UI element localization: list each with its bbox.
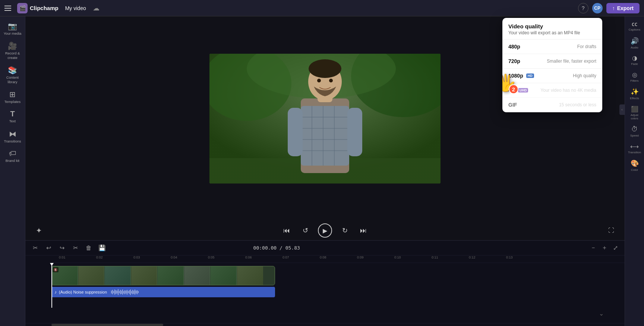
hamburger-menu-button[interactable] [4,4,13,13]
timeline-scrollbar[interactable] [25,323,625,326]
fade-icon: ◑ [632,54,637,62]
playback-controls: ✦ ⏮ ↺ ▶ ↻ ⏭ ⛶ [25,221,625,240]
rs-item-adjust-colors[interactable]: ⬛ Adjustcolors [626,103,643,122]
skip-back-button[interactable]: ⏮ [281,225,293,236]
scrollbar-thumb[interactable] [51,324,163,326]
sidebar-item-templates[interactable]: ⊞ Templates [1,88,24,106]
export-button[interactable]: ↑ Export [606,3,640,13]
video-thumb-4 [131,266,157,285]
timeline-ruler: 0:01 0:02 0:03 0:04 0:05 0:06 0:07 0:08 … [51,256,625,263]
zoom-in-button[interactable]: ＋ [600,244,609,253]
skip-forward-button[interactable]: ⏭ [357,225,369,236]
svg-rect-7 [301,106,349,166]
rs-item-transition[interactable]: ⟷ Transition [626,141,643,157]
fullscreen-button[interactable]: ⛶ [605,225,617,236]
sidebar-item-text[interactable]: T Text [1,107,24,125]
vq-option-gif[interactable]: GIF 15 seconds or less [502,98,602,112]
svg-rect-16 [347,108,362,156]
timeline-area: ✂ ↩ ↪ ✂ 🗑 💾 00:00.00 / 05.83 － ＋ ⤢ 0:01 … [25,240,625,326]
magic-switch-button[interactable]: ✦ [33,225,45,236]
rs-item-speed[interactable]: ⏱ Speed [626,123,643,140]
effects-icon: ✨ [631,88,639,96]
rs-item-fade[interactable]: ◑ Fade [626,52,643,68]
rs-item-captions[interactable]: CC Captions [626,19,643,34]
ruler-mark-012: 0:12 [469,256,476,259]
left-sidebar: 📷 Your media 🎥 Record &create 📚 Contentl… [0,16,25,326]
sidebar-item-transitions[interactable]: ⧓ Transitions [1,127,24,145]
audio-track[interactable]: ♪ (Audio) Noise suppression [51,287,275,297]
vq-note-480p: For drafts [577,44,596,49]
replay-5-button[interactable]: ↺ [299,225,311,236]
rs-label-color: Color [631,168,638,172]
ruler-mark-003: 0:03 [133,256,140,259]
ruler-mark-007: 0:07 [282,256,289,259]
user-avatar-button[interactable]: CP [592,3,603,13]
sidebar-item-content-library[interactable]: 📚 Contentlibrary [1,63,24,86]
ruler-mark-011: 0:11 [432,256,438,259]
audio-waveform [111,289,272,295]
play-pause-button[interactable]: ▶ [318,223,332,238]
video-thumb-1: 🔇 [52,266,78,285]
vq-option-1080p[interactable]: 1080p HD High quality [502,69,602,83]
sidebar-label-text: Text [9,119,16,123]
save-button[interactable]: 💾 [97,243,107,253]
vq-subtitle: Your video will export as an MP4 file [508,30,596,35]
logo-area: 🎬 Clipchamp [17,3,59,13]
rs-label-audio: Audio [631,46,638,50]
tracks-container: 🔇 ♪ (Audio) Noise supp [51,263,625,297]
rs-item-effects[interactable]: ✨ Effects [626,85,643,103]
video-preview [209,54,441,184]
export-icon: ↑ [612,5,615,11]
templates-icon: ⊞ [9,90,16,99]
expand-icon[interactable]: ⌄ [599,310,604,317]
sidebar-item-record-create[interactable]: 🎥 Record &create [1,39,24,62]
vq-badge-uhd: UHD [518,88,528,93]
rs-label-speed: Speed [630,134,639,138]
sidebar-item-your-media[interactable]: 📷 Your media [1,19,24,38]
timeline-time-display: 00:00.00 / 05.83 [253,245,300,251]
rs-item-audio[interactable]: 🔊 Audio [626,35,643,52]
redo-button[interactable]: ↪ [57,243,67,253]
audio-track-label: (Audio) Noise suppression [59,290,107,294]
sidebar-item-brand-kit[interactable]: 🏷 Brand kit [1,147,24,165]
vq-resolution-gif: GIF [508,102,517,108]
captions-icon: CC [632,22,638,27]
vq-note-gif: 15 seconds or less [559,102,596,107]
ruler-mark-013: 0:13 [506,256,513,259]
video-thumb-7 [211,266,237,285]
timeline-expand-btn[interactable]: ⌄ [599,310,604,317]
svg-point-21 [329,79,333,82]
timeline-zoom-area: － ＋ ⤢ [589,244,620,253]
video-preview-inner [209,54,441,184]
vq-option-480p[interactable]: 480p For drafts [502,40,602,54]
audio-rs-icon: 🔊 [631,37,639,45]
video-track[interactable]: 🔇 [51,266,275,285]
app-name: Clipchamp [30,5,59,11]
color-icon: 🎨 [631,159,639,167]
help-button[interactable]: ? [578,3,588,13]
vq-note-4k: Your video has no 4K media [540,88,596,93]
topbar-right: ? CP ↑ Export [578,3,640,13]
forward-5-button[interactable]: ↻ [339,225,351,236]
main-layout: 📷 Your media 🎥 Record &create 📚 Contentl… [0,16,644,326]
rs-label-adjust-colors: Adjustcolors [631,113,638,120]
vq-option-4k[interactable]: 4K UHD Your video has no 4K media [502,83,602,98]
ruler-mark-005: 0:05 [208,256,215,259]
zoom-out-button[interactable]: － [589,244,598,253]
delete-button[interactable]: 🗑 [83,243,94,253]
svg-rect-15 [288,108,303,156]
video-title[interactable]: My video [65,5,86,11]
undo-button[interactable]: ↩ [43,243,54,253]
vq-resolution-1080p: 1080p [508,73,523,79]
rs-item-color[interactable]: 🎨 Color [626,157,643,174]
vq-header: Video quality Your video will export as … [502,18,602,40]
cut-button[interactable]: ✂ [70,243,80,253]
rs-item-filters[interactable]: ◎ Filters [626,69,643,85]
vq-option-720p[interactable]: 720p Smaller file, faster export [502,54,602,69]
vq-resolution-4k: 4K [508,87,515,93]
right-panel-collapse-button[interactable]: ‹ [619,104,625,115]
fit-timeline-button[interactable]: ⤢ [611,244,620,253]
split-tool-button[interactable]: ✂ [30,243,40,253]
preview-area: Video quality Your video will export as … [25,16,625,221]
sidebar-label-brand-kit: Brand kit [6,159,20,163]
